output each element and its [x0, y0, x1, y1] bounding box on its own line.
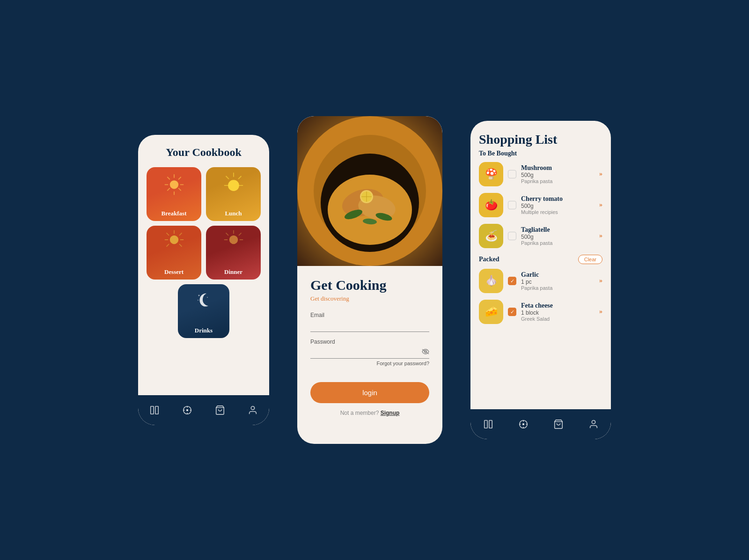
- breakfast-sun-icon: [161, 171, 187, 197]
- svg-point-41: [251, 406, 254, 410]
- feta-recipe: Greek Salad: [521, 316, 595, 322]
- login-hero-image: [297, 116, 442, 266]
- feta-name: Feta cheese: [521, 302, 595, 309]
- nav-user-icon[interactable]: [245, 403, 260, 418]
- feta-emoji: 🧀: [485, 306, 498, 318]
- tomato-amount: 500g: [521, 203, 595, 209]
- category-card-dinner[interactable]: Dinner: [206, 226, 261, 280]
- svg-point-66: [592, 420, 595, 424]
- svg-point-23: [229, 236, 237, 244]
- category-card-lunch[interactable]: Lunch: [206, 167, 261, 221]
- category-card-dessert[interactable]: Dessert: [147, 226, 201, 280]
- list-item: 🍄 Mushroom 500g Paprika pasta »: [479, 162, 602, 186]
- garlic-name: Garlic: [521, 271, 595, 279]
- garlic-recipe: Paprika pasta: [521, 285, 595, 291]
- feta-details: Feta cheese 1 block Greek Salad: [521, 302, 595, 322]
- forgot-password-link[interactable]: Forgot your password?: [310, 361, 429, 366]
- nav-book-icon[interactable]: [147, 403, 162, 418]
- packed-section-header: Packed Clear: [479, 255, 602, 264]
- tomato-details: Cherry tomato 500g Multiple recipies: [521, 195, 595, 215]
- tomato-name: Cherry tomato: [521, 195, 595, 203]
- dessert-label: Dessert: [147, 268, 201, 276]
- email-label: Email: [310, 312, 429, 318]
- item-icon-mushroom: 🍄: [479, 162, 503, 186]
- tagliatelle-arrow-icon[interactable]: »: [599, 232, 602, 240]
- tagliatelle-amount: 500g: [521, 234, 595, 240]
- svg-line-6: [178, 188, 181, 191]
- signup-text: Not a member?: [340, 410, 379, 416]
- drinks-moon-icon: [194, 291, 213, 309]
- svg-rect-57: [484, 420, 487, 428]
- phone-shopping: Shopping List To Be Bought 🍄 Mushroom 50…: [470, 121, 611, 439]
- tomato-arrow-icon[interactable]: »: [599, 201, 602, 209]
- nav-book-icon-2[interactable]: [481, 417, 496, 432]
- eye-icon[interactable]: [422, 349, 429, 356]
- tagliatelle-details: Tagliatelle 500g Paprika pasta: [521, 226, 595, 246]
- category-card-drinks[interactable]: Drinks: [178, 284, 229, 338]
- login-headline: Get Cooking: [310, 277, 429, 293]
- nav-compass-icon[interactable]: [180, 403, 195, 418]
- tagliatelle-name: Tagliatelle: [521, 226, 595, 234]
- nav-user-icon-2[interactable]: [586, 417, 601, 432]
- item-icon-feta: 🧀: [479, 300, 503, 324]
- food-illustration: [297, 116, 442, 266]
- category-grid: Breakfast Lunch: [147, 167, 261, 280]
- food-photo: [297, 116, 442, 266]
- svg-point-60: [522, 424, 524, 425]
- signup-link[interactable]: Signup: [381, 410, 400, 416]
- nav-cart-icon[interactable]: [213, 403, 228, 418]
- password-label: Password: [310, 339, 429, 345]
- svg-line-8: [167, 188, 170, 191]
- svg-rect-32: [151, 406, 154, 414]
- password-row: [310, 347, 429, 359]
- svg-line-14: [238, 176, 241, 179]
- tagliatelle-checkbox[interactable]: [508, 232, 516, 240]
- svg-point-9: [228, 180, 239, 191]
- shopping-title: Shopping List: [479, 132, 602, 147]
- email-input[interactable]: [310, 320, 429, 332]
- shopping-content: Shopping List To Be Bought 🍄 Mushroom 50…: [470, 121, 611, 409]
- mushroom-name: Mushroom: [521, 164, 595, 172]
- phone-login: Get Cooking Get discovering Email Passwo…: [297, 116, 442, 444]
- svg-point-35: [187, 410, 188, 411]
- svg-point-29: [198, 295, 200, 296]
- nav-compass-icon-2[interactable]: [516, 417, 531, 432]
- tomato-recipe: Multiple recipies: [521, 209, 595, 215]
- clear-button[interactable]: Clear: [578, 255, 602, 264]
- feta-amount: 1 block: [521, 309, 595, 316]
- password-input[interactable]: [310, 347, 429, 359]
- tomato-checkbox[interactable]: [508, 201, 516, 209]
- login-form-area: Get Cooking Get discovering Email Passwo…: [297, 266, 442, 444]
- category-card-breakfast[interactable]: Breakfast: [147, 167, 201, 221]
- svg-line-22: [179, 244, 182, 247]
- feta-checkbox[interactable]: [508, 308, 516, 316]
- tomato-emoji: 🍅: [485, 199, 498, 211]
- phone-cookbook: Your Cookbook Breakfast: [138, 135, 269, 425]
- list-item: 🍅 Cherry tomato 500g Multiple recipies »: [479, 193, 602, 217]
- garlic-arrow-icon[interactable]: »: [599, 277, 602, 285]
- mushroom-arrow-icon[interactable]: »: [599, 170, 602, 178]
- svg-line-19: [166, 233, 169, 236]
- login-subheadline: Get discovering: [310, 295, 429, 302]
- section-label-to-buy: To Be Bought: [479, 150, 602, 157]
- nav-cart-icon-2[interactable]: [551, 417, 566, 432]
- login-button[interactable]: login: [310, 382, 429, 403]
- feta-arrow-icon[interactable]: »: [599, 308, 602, 316]
- shopping-bottom-nav: [470, 409, 611, 439]
- item-icon-tomato: 🍅: [479, 193, 503, 217]
- password-field: Password Forgot your password?: [310, 339, 429, 366]
- drinks-row: Drinks: [147, 284, 261, 338]
- svg-point-0: [169, 180, 178, 189]
- tagliatelle-recipe: Paprika pasta: [521, 240, 595, 246]
- email-field[interactable]: Email: [310, 312, 429, 332]
- cookbook-content: Your Cookbook Breakfast: [138, 135, 269, 395]
- mushroom-checkbox[interactable]: [508, 170, 516, 178]
- garlic-checkbox[interactable]: [508, 277, 516, 285]
- dinner-label: Dinner: [206, 268, 261, 276]
- svg-line-21: [166, 244, 169, 247]
- lunch-sun-icon: [220, 171, 246, 197]
- cookbook-bottom-nav: [138, 395, 269, 425]
- breakfast-label: Breakfast: [147, 210, 201, 217]
- svg-line-5: [167, 177, 170, 180]
- garlic-amount: 1 pc: [521, 279, 595, 285]
